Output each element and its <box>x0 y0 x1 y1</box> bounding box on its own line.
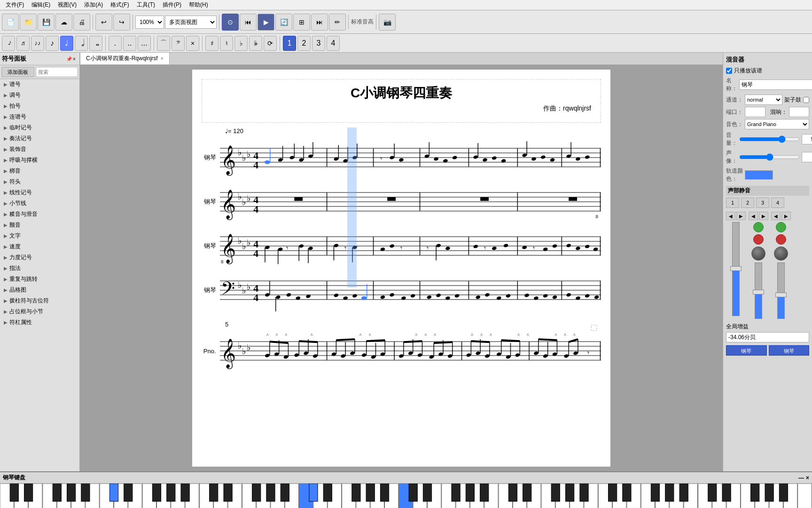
sidebar-item-fretboard[interactable]: ▶品格图 <box>0 285 79 295</box>
channel-label-1[interactable]: 钢琴 <box>726 345 767 356</box>
voice-btn-3[interactable]: 3 <box>756 198 769 208</box>
edit-button[interactable]: ✏ <box>329 14 346 31</box>
note-8th[interactable]: ♪ <box>46 36 59 51</box>
sidebar-pin-icon[interactable]: 📌 <box>66 56 71 61</box>
sidebar-item-tempo[interactable]: ▶速度 <box>0 241 79 252</box>
sidebar-close-icon[interactable]: × <box>73 56 78 61</box>
sidebar-item-time[interactable]: ▶拍号 <box>0 101 79 111</box>
ch1-arrow-l[interactable]: ◀ <box>749 212 758 220</box>
note-whole[interactable]: 𝅝 <box>89 36 102 51</box>
sidebar-item-clef[interactable]: ▶谱号 <box>0 79 79 90</box>
black-key[interactable] <box>252 484 261 501</box>
sidebar-item-ornament[interactable]: ▶装饰音 <box>0 144 79 155</box>
black-key[interactable] <box>580 484 588 501</box>
sidebar-item-text[interactable]: ▶文字 <box>0 230 79 241</box>
print-button[interactable]: 🖨 <box>73 14 90 31</box>
black-key[interactable] <box>480 484 489 501</box>
sidebar-item-barline[interactable]: ▶小节线 <box>0 198 79 209</box>
solo-button-ch2[interactable] <box>776 222 786 232</box>
black-key[interactable] <box>380 484 389 501</box>
black-key[interactable] <box>281 484 289 501</box>
sidebar-item-grace[interactable]: ▶梆音 <box>0 166 79 176</box>
sidebar-item-key[interactable]: ▶调号 <box>0 90 79 101</box>
volume-num[interactable] <box>802 134 812 144</box>
channel-select[interactable]: normal <box>745 95 782 105</box>
cross-button[interactable]: × <box>186 36 199 51</box>
page-1-button[interactable]: 1 <box>283 36 296 51</box>
screenshot-button[interactable]: 📷 <box>379 14 396 31</box>
black-key[interactable] <box>152 484 161 501</box>
new-button[interactable]: 📄 <box>2 14 19 31</box>
note-32nd[interactable]: ♬ <box>16 36 30 51</box>
natural-button[interactable]: ♮ <box>220 36 233 51</box>
cycle-button[interactable]: 🔄 <box>275 14 292 31</box>
menu-add[interactable]: 添加(A) <box>80 0 107 10</box>
black-key[interactable] <box>323 484 332 501</box>
black-key[interactable] <box>566 484 574 501</box>
undo-button[interactable]: ↩ <box>95 14 112 31</box>
note-half[interactable]: 𝅗𝅥 <box>75 36 88 51</box>
only-play-checkbox[interactable] <box>726 68 732 74</box>
view-select[interactable]: 多页面视图 <box>165 16 217 29</box>
save-button[interactable]: 💾 <box>38 14 55 31</box>
black-key[interactable] <box>210 484 218 501</box>
right-arrow-button[interactable]: ▶ <box>736 212 746 220</box>
open-button[interactable]: 📁 <box>20 14 37 31</box>
ch2-fader-handle[interactable] <box>775 293 787 297</box>
piano-close-icon[interactable]: × <box>806 475 809 481</box>
flat-button[interactable]: ♭ <box>234 36 248 51</box>
note-16th[interactable]: ♪♪ <box>31 36 44 51</box>
mixer-name-input[interactable] <box>739 79 812 90</box>
pan-knob-ch1[interactable] <box>751 246 765 261</box>
black-key[interactable] <box>679 484 688 501</box>
menu-format[interactable]: 格式(F) <box>107 0 133 10</box>
global-gain-input[interactable] <box>726 332 809 342</box>
black-key[interactable] <box>609 484 617 501</box>
black-key[interactable] <box>665 484 674 501</box>
black-key[interactable] <box>266 484 275 501</box>
double-dot-button[interactable]: .. <box>123 36 136 51</box>
black-key[interactable] <box>24 484 33 501</box>
piano-keyboard-svg[interactable]: C1C2C3C4C5C6C7C8C9 <box>0 484 812 508</box>
piano-keys[interactable]: C1C2C3C4C5C6C7C8C9 <box>0 484 812 508</box>
sidebar-item-bracket[interactable]: ▶连谱号 <box>0 111 79 122</box>
dot-button[interactable]: . <box>109 36 122 51</box>
pan-num[interactable] <box>802 152 812 162</box>
loop-button[interactable]: ⊙ <box>222 14 239 31</box>
skip-button[interactable]: ⏭ <box>311 14 328 31</box>
black-key[interactable] <box>124 484 133 501</box>
main-fader-handle[interactable] <box>730 266 742 271</box>
pan-knob-ch2[interactable] <box>774 246 788 261</box>
black-key[interactable] <box>551 484 560 501</box>
black-key[interactable] <box>181 484 189 501</box>
sidebar-item-accidental[interactable]: ▶临时记号 <box>0 122 79 133</box>
chorus-input[interactable] <box>789 107 810 117</box>
black-key[interactable] <box>523 484 531 501</box>
ch1-arrow-r[interactable]: ▶ <box>759 212 768 220</box>
page-2-button[interactable]: 2 <box>297 36 311 51</box>
track-color-swatch[interactable] <box>745 170 773 180</box>
black-key[interactable] <box>109 484 118 501</box>
black-key[interactable] <box>167 484 175 501</box>
black-key[interactable] <box>779 484 788 501</box>
voice-btn-4[interactable]: 4 <box>771 198 784 208</box>
black-key[interactable] <box>224 484 232 501</box>
menu-help[interactable]: 帮助(H) <box>185 0 212 10</box>
sidebar-item-dynamics[interactable]: ▶力度记号 <box>0 252 79 263</box>
tie-button[interactable]: ⌒ <box>157 36 170 51</box>
sidebar-search-input[interactable] <box>36 67 78 77</box>
black-key[interactable] <box>765 484 773 501</box>
sidebar-item-pluck[interactable]: ▶拨柱符与古位符 <box>0 295 79 306</box>
rack-checkbox[interactable] <box>803 97 809 103</box>
tuplet-button[interactable]: 𝄢 <box>172 36 185 51</box>
black-key[interactable] <box>53 484 61 501</box>
page-3-button[interactable]: 3 <box>312 36 325 51</box>
channel-label-2[interactable]: 钢琴 <box>769 345 810 356</box>
voice-btn-1[interactable]: 1 <box>726 198 739 208</box>
zoom-select[interactable]: 100% <box>135 16 164 29</box>
sidebar-item-articulation[interactable]: ▶奏法记号 <box>0 133 79 144</box>
mute-button-ch1[interactable] <box>753 234 764 245</box>
pan-slider[interactable] <box>739 153 800 161</box>
add-panel-button[interactable]: 添加面板 <box>1 67 34 77</box>
score-content[interactable]: C小调钢琴四重奏 作曲：rqwqlnjrsf ♩= 120 钢琴 <box>80 65 723 471</box>
